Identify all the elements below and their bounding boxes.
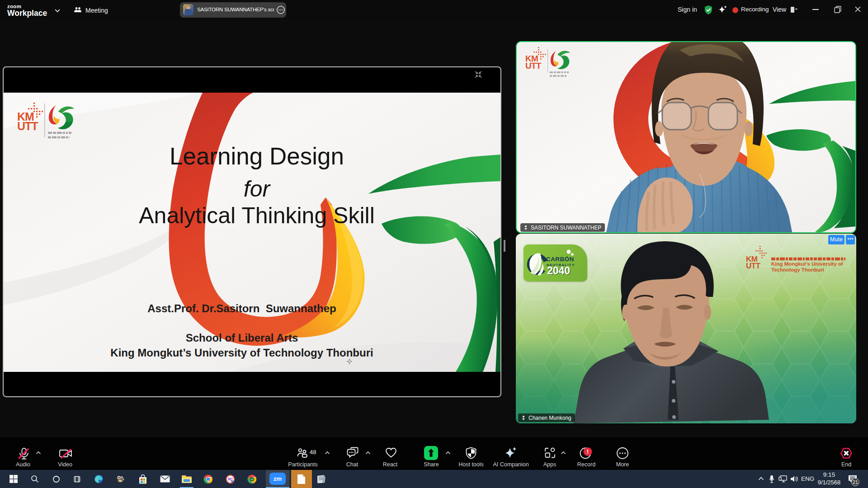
svg-text:UTT: UTT [746, 262, 761, 270]
svg-text:King Mongkut's University of: King Mongkut's University of [771, 261, 843, 267]
svg-text:2040: 2040 [547, 265, 570, 277]
svg-text:UTT: UTT [525, 61, 542, 70]
svg-text:!: ! [587, 448, 589, 455]
svg-text:Technology Thonburi: Technology Thonburi [771, 267, 824, 272]
svg-text:UTT: UTT [17, 120, 38, 132]
svg-text:CARBÖN: CARBÖN [546, 256, 574, 263]
